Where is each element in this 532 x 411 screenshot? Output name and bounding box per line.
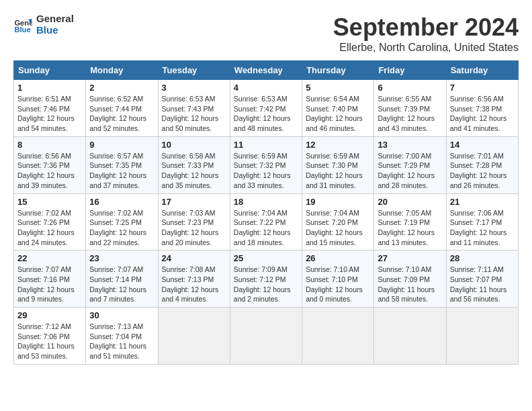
calendar-cell: 11 Sunrise: 6:59 AMSunset: 7:32 PMDaylig… <box>230 136 302 193</box>
day-info: Sunrise: 6:56 AMSunset: 7:38 PMDaylight:… <box>450 95 507 132</box>
day-number: 18 <box>234 197 298 207</box>
day-info: Sunrise: 6:54 AMSunset: 7:40 PMDaylight:… <box>306 95 363 132</box>
day-number: 3 <box>162 83 226 93</box>
day-number: 4 <box>234 83 298 93</box>
calendar-cell: 24 Sunrise: 7:08 AMSunset: 7:13 PMDaylig… <box>158 250 230 308</box>
calendar-cell: 26 Sunrise: 7:10 AMSunset: 7:10 PMDaylig… <box>302 250 374 308</box>
calendar-cell <box>302 308 374 365</box>
day-number: 12 <box>306 140 370 150</box>
day-info: Sunrise: 7:10 AMSunset: 7:10 PMDaylight:… <box>306 265 363 303</box>
month-title: September 2024 <box>333 13 519 42</box>
calendar-cell: 14 Sunrise: 7:01 AMSunset: 7:28 PMDaylig… <box>446 136 518 193</box>
calendar-cell: 7 Sunrise: 6:56 AMSunset: 7:38 PMDayligh… <box>446 80 518 137</box>
day-info: Sunrise: 7:12 AMSunset: 7:06 PMDaylight:… <box>17 322 75 360</box>
day-number: 29 <box>17 310 82 320</box>
calendar-cell: 3 Sunrise: 6:53 AMSunset: 7:43 PMDayligh… <box>158 80 230 137</box>
day-info: Sunrise: 7:09 AMSunset: 7:12 PMDaylight:… <box>234 265 291 303</box>
calendar-cell: 15 Sunrise: 7:02 AMSunset: 7:26 PMDaylig… <box>14 193 86 250</box>
day-info: Sunrise: 7:03 AMSunset: 7:23 PMDaylight:… <box>162 209 219 246</box>
calendar-cell: 28 Sunrise: 7:11 AMSunset: 7:07 PMDaylig… <box>446 250 518 308</box>
page-header: General Blue General Blue September 2024… <box>13 13 519 54</box>
day-info: Sunrise: 7:07 AMSunset: 7:14 PMDaylight:… <box>89 265 146 303</box>
day-number: 5 <box>306 83 370 93</box>
header-wednesday: Wednesday <box>230 61 302 80</box>
day-info: Sunrise: 6:51 AMSunset: 7:46 PMDaylight:… <box>17 95 75 132</box>
day-info: Sunrise: 6:56 AMSunset: 7:36 PMDaylight:… <box>17 152 75 189</box>
day-info: Sunrise: 7:07 AMSunset: 7:16 PMDaylight:… <box>17 265 75 303</box>
day-number: 15 <box>17 197 82 207</box>
day-number: 11 <box>234 140 298 150</box>
logo-line1: General <box>36 13 74 25</box>
calendar-cell: 2 Sunrise: 6:52 AMSunset: 7:44 PMDayligh… <box>86 80 158 137</box>
calendar-cell: 16 Sunrise: 7:02 AMSunset: 7:25 PMDaylig… <box>86 193 158 250</box>
calendar-cell: 25 Sunrise: 7:09 AMSunset: 7:12 PMDaylig… <box>230 250 302 308</box>
header-monday: Monday <box>86 61 158 80</box>
day-info: Sunrise: 6:55 AMSunset: 7:39 PMDaylight:… <box>378 95 435 132</box>
calendar-cell <box>446 308 518 365</box>
day-number: 20 <box>378 197 442 207</box>
calendar-cell: 17 Sunrise: 7:03 AMSunset: 7:23 PMDaylig… <box>158 193 230 250</box>
day-number: 25 <box>234 253 298 263</box>
location-title: Ellerbe, North Carolina, United States <box>333 42 519 54</box>
calendar-cell: 29 Sunrise: 7:12 AMSunset: 7:06 PMDaylig… <box>14 308 86 365</box>
day-number: 17 <box>162 197 226 207</box>
calendar-week-row: 15 Sunrise: 7:02 AMSunset: 7:26 PMDaylig… <box>14 193 519 250</box>
day-info: Sunrise: 6:53 AMSunset: 7:43 PMDaylight:… <box>162 95 219 132</box>
calendar-cell: 21 Sunrise: 7:06 AMSunset: 7:17 PMDaylig… <box>446 193 518 250</box>
calendar-cell: 12 Sunrise: 6:59 AMSunset: 7:30 PMDaylig… <box>302 136 374 193</box>
title-area: September 2024 Ellerbe, North Carolina, … <box>333 13 519 54</box>
calendar-cell: 19 Sunrise: 7:04 AMSunset: 7:20 PMDaylig… <box>302 193 374 250</box>
header-tuesday: Tuesday <box>158 61 230 80</box>
day-info: Sunrise: 6:52 AMSunset: 7:44 PMDaylight:… <box>89 95 146 132</box>
day-number: 30 <box>89 310 154 320</box>
day-number: 28 <box>450 253 515 263</box>
day-info: Sunrise: 6:59 AMSunset: 7:32 PMDaylight:… <box>234 152 291 189</box>
header-saturday: Saturday <box>446 61 518 80</box>
day-info: Sunrise: 7:04 AMSunset: 7:20 PMDaylight:… <box>306 209 363 246</box>
logo-line2: Blue <box>36 25 74 36</box>
day-info: Sunrise: 6:59 AMSunset: 7:30 PMDaylight:… <box>306 152 363 189</box>
day-info: Sunrise: 6:53 AMSunset: 7:42 PMDaylight:… <box>234 95 291 132</box>
svg-text:Blue: Blue <box>14 26 30 34</box>
calendar-cell: 4 Sunrise: 6:53 AMSunset: 7:42 PMDayligh… <box>230 80 302 137</box>
day-number: 21 <box>450 197 515 207</box>
day-info: Sunrise: 7:02 AMSunset: 7:25 PMDaylight:… <box>89 209 146 246</box>
day-number: 27 <box>378 253 442 263</box>
calendar-week-row: 8 Sunrise: 6:56 AMSunset: 7:36 PMDayligh… <box>14 136 519 193</box>
day-number: 2 <box>89 83 154 93</box>
calendar-cell: 18 Sunrise: 7:04 AMSunset: 7:22 PMDaylig… <box>230 193 302 250</box>
day-number: 13 <box>378 140 442 150</box>
day-info: Sunrise: 7:08 AMSunset: 7:13 PMDaylight:… <box>162 265 219 303</box>
header-thursday: Thursday <box>302 61 374 80</box>
calendar-cell: 6 Sunrise: 6:55 AMSunset: 7:39 PMDayligh… <box>374 80 446 137</box>
calendar-cell <box>230 308 302 365</box>
day-number: 8 <box>17 140 82 150</box>
day-info: Sunrise: 7:05 AMSunset: 7:19 PMDaylight:… <box>378 209 435 246</box>
logo-icon: General Blue <box>13 15 32 34</box>
calendar-cell <box>374 308 446 365</box>
day-info: Sunrise: 7:00 AMSunset: 7:29 PMDaylight:… <box>378 152 435 189</box>
day-number: 19 <box>306 197 370 207</box>
calendar-cell: 27 Sunrise: 7:10 AMSunset: 7:09 PMDaylig… <box>374 250 446 308</box>
day-info: Sunrise: 7:04 AMSunset: 7:22 PMDaylight:… <box>234 209 291 246</box>
calendar-cell: 30 Sunrise: 7:13 AMSunset: 7:04 PMDaylig… <box>86 308 158 365</box>
calendar-cell: 20 Sunrise: 7:05 AMSunset: 7:19 PMDaylig… <box>374 193 446 250</box>
day-number: 10 <box>162 140 226 150</box>
calendar-table: SundayMondayTuesdayWednesdayThursdayFrid… <box>13 60 519 365</box>
calendar-cell: 22 Sunrise: 7:07 AMSunset: 7:16 PMDaylig… <box>14 250 86 308</box>
calendar-header-row: SundayMondayTuesdayWednesdayThursdayFrid… <box>14 61 519 80</box>
calendar-week-row: 29 Sunrise: 7:12 AMSunset: 7:06 PMDaylig… <box>14 308 519 365</box>
day-number: 1 <box>17 83 82 93</box>
day-info: Sunrise: 7:13 AMSunset: 7:04 PMDaylight:… <box>89 322 146 360</box>
day-info: Sunrise: 7:06 AMSunset: 7:17 PMDaylight:… <box>450 209 507 246</box>
calendar-cell: 13 Sunrise: 7:00 AMSunset: 7:29 PMDaylig… <box>374 136 446 193</box>
day-number: 9 <box>89 140 154 150</box>
calendar-cell: 5 Sunrise: 6:54 AMSunset: 7:40 PMDayligh… <box>302 80 374 137</box>
day-number: 23 <box>89 253 154 263</box>
day-info: Sunrise: 7:11 AMSunset: 7:07 PMDaylight:… <box>450 265 507 303</box>
day-number: 6 <box>378 83 442 93</box>
day-number: 26 <box>306 253 370 263</box>
calendar-cell: 8 Sunrise: 6:56 AMSunset: 7:36 PMDayligh… <box>14 136 86 193</box>
day-info: Sunrise: 7:01 AMSunset: 7:28 PMDaylight:… <box>450 152 507 189</box>
day-number: 14 <box>450 140 515 150</box>
